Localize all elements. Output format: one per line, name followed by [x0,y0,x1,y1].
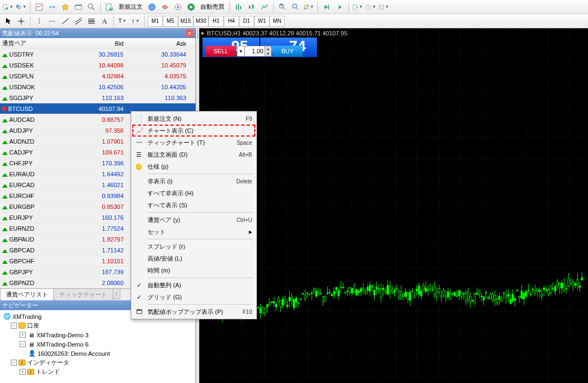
alerts-icon[interactable] [172,1,184,13]
line-chart-icon[interactable] [259,1,271,13]
tree-trend[interactable]: +ƒトレンド [2,367,193,376]
col-bid[interactable]: Bid [65,40,128,47]
vline-icon[interactable] [33,15,45,27]
tree-server1[interactable]: +🖥XMTrading-Demo 3 [2,330,193,339]
symbol-row-USDNOK[interactable]: USDNOK10.4250610.44205 [0,82,195,92]
tree-indicators[interactable]: −ƒインディケータ [2,358,193,367]
svg-rect-356 [503,293,505,293]
market-watch-icon[interactable] [33,1,45,13]
buy-button[interactable]: BUY [272,46,303,57]
tab-more[interactable]: | [113,289,120,299]
zoom-out-icon[interactable]: - [290,1,302,13]
metaquotes-icon[interactable] [146,1,158,13]
main-toolbar-1: +▼ ▼ + 新規注文 自動売買 + - ▼ +▼ ▼ ▼ [0,0,588,14]
period-H1[interactable]: H1 [209,16,224,27]
period-M15[interactable]: M15 [178,16,193,27]
period-H4[interactable]: H4 [224,16,239,27]
symbol-row-USDPLN[interactable]: USDPLN4.029844.03575 [0,71,195,82]
ctx-g[interactable]: ✓グリッド (G) [132,291,255,303]
volume-up[interactable]: ▲ [265,46,271,51]
ctx-d[interactable]: ☰板注文画面 (D)Alt+B [132,149,255,160]
period-M30[interactable]: M30 [193,16,209,27]
ctx-t[interactable]: 〰ティックチャート (T)Space [132,137,255,149]
tree-account[interactable]: 👤160026263: Demo Account [2,349,193,358]
period-W1[interactable]: W1 [254,16,270,27]
ctx-r[interactable]: スプレッド (r) [132,240,255,252]
scroll-end-icon[interactable] [321,1,333,13]
volume-down[interactable]: ▼ [265,51,271,56]
chart-area[interactable]: ▸ BTCUSD,H1 40023.37 40112.29 40015.71 4… [199,28,588,383]
ctx-[interactable]: セット▶ [132,226,255,238]
crosshair-icon[interactable] [15,15,27,27]
candle-chart-icon[interactable] [246,1,258,13]
svg-rect-240 [373,291,375,295]
close-icon[interactable]: × [186,29,193,37]
indicators-icon[interactable]: +▼ [352,1,364,13]
ctx-p[interactable]: 🪙仕様 (p) [132,160,255,172]
ctx-l[interactable]: 高値/安値 (L) [132,252,255,264]
svg-rect-324 [467,292,469,299]
new-order-label[interactable]: 新規注文 [117,3,145,11]
sell-button[interactable]: SELL [206,46,236,57]
bar-chart-icon[interactable] [232,1,244,13]
templates-icon[interactable]: ▼ [378,1,390,13]
fibo-icon[interactable] [85,15,97,27]
market-watch-header: 通貨ペア Bid Ask [0,38,195,49]
profiles-icon[interactable]: ▼ [15,1,27,13]
svg-rect-416 [570,280,572,283]
new-order-icon[interactable]: + [103,1,115,13]
tile-icon[interactable]: ▼ [303,1,315,13]
svg-rect-290 [430,286,431,289]
period-MN[interactable]: MN [270,16,285,27]
arrows-icon[interactable]: ↑▼ [130,15,142,27]
symbol-row-SGDJPY[interactable]: SGDJPY110.163110.363 [0,92,195,103]
period-M1[interactable]: M1 [148,16,163,27]
ctx-s[interactable]: すべて表示 (S) [132,199,255,211]
symbol-row-USDTRY[interactable]: USDTRY30.2681530.33644 [0,49,195,60]
svg-rect-314 [456,296,458,297]
col-symbol[interactable]: 通貨ペア [0,39,65,47]
ctx-p[interactable]: 🗔気配値ポップアップ表示 (P)F10 [132,306,255,318]
signals-icon[interactable] [159,1,171,13]
tree-server2[interactable]: −🖥XMTrading-Demo 6 [2,339,193,349]
autotrade-icon[interactable] [185,1,197,13]
symbol-row-USDSEK[interactable]: USDSEK10.4409810.45079 [0,60,195,71]
hline-icon[interactable] [46,15,58,27]
tab-symbol-list[interactable]: 通貨ペアリスト [0,289,54,301]
svg-rect-4 [18,6,20,8]
text-icon[interactable]: A [99,15,111,27]
shift-icon[interactable] [334,1,346,13]
file-new-icon[interactable]: +▼ [2,1,14,13]
channel-icon[interactable] [72,15,84,27]
terminal-icon[interactable] [72,1,84,13]
cursor-icon[interactable] [2,15,14,27]
tree-accounts[interactable]: −口座 [2,321,193,330]
ctx-a[interactable]: ✓自動整列 (A) [132,279,255,291]
volume-dropdown[interactable]: ▼ [237,46,245,56]
strategy-tester-icon[interactable] [85,1,97,13]
svg-rect-212 [342,288,344,288]
svg-rect-22 [249,5,250,9]
periods-icon[interactable]: ▼ [365,1,377,13]
svg-rect-214 [345,292,346,293]
ctx-y[interactable]: 通貨ペア (y)Ctrl+U [132,214,255,226]
volume-input[interactable]: ▼ 1.00 ▲▼ [237,46,272,57]
main-toolbar-2: A T▼ ↑▼ M1M5M15M30H1H4D1W1MN [0,14,588,28]
ctx-i[interactable]: 非表示 (i)Delete [132,175,255,187]
period-D1[interactable]: D1 [239,16,254,27]
tab-tick-chart[interactable]: ティックチャート [53,289,113,301]
col-ask[interactable]: Ask [128,40,191,47]
ctx-n[interactable]: 📄新規注文 (N)F9 [132,113,255,125]
text-label-icon[interactable]: T▼ [117,15,128,27]
navigator-icon[interactable] [59,1,71,13]
chart-header: ▸ BTCUSD,H1 40023.37 40112.29 40015.71 4… [201,29,347,36]
ctx-m[interactable]: 時間 (m) [132,264,255,276]
svg-rect-420 [574,283,576,285]
ctx-h[interactable]: すべて非表示 (H) [132,187,255,199]
data-window-icon[interactable] [46,1,58,13]
autotrade-label[interactable]: 自動売買 [198,3,226,11]
zoom-in-icon[interactable]: + [277,1,289,13]
period-M5[interactable]: M5 [163,16,178,27]
trendline-icon[interactable] [59,15,71,27]
ctx-c[interactable]: 📈チャート表示 (C) [132,125,255,137]
